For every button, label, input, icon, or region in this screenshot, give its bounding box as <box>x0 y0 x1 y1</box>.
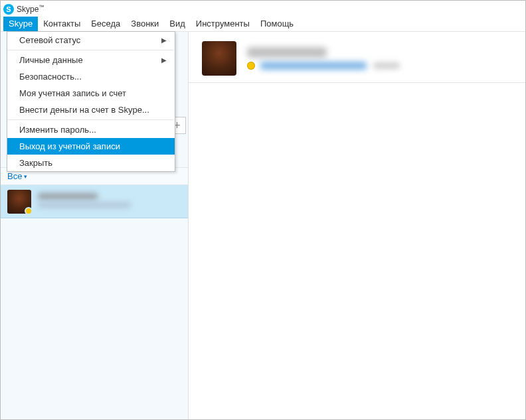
menu-contacts[interactable]: Контакты <box>38 17 86 31</box>
menu-tools[interactable]: Инструменты <box>191 17 255 31</box>
filter-label: Все <box>7 171 22 181</box>
chevron-right-icon: ▶ <box>161 56 167 64</box>
menu-change-password[interactable]: Изменить пароль... <box>7 121 175 138</box>
menu-security[interactable]: Безопасность... <box>7 68 175 85</box>
menu-item-label: Изменить пароль... <box>19 125 96 135</box>
header-extra-blurred <box>373 62 400 69</box>
menu-add-credit[interactable]: Внести деньги на счет в Skype... <box>7 102 175 118</box>
menu-close[interactable]: Закрыть <box>7 155 175 171</box>
conversation-header <box>189 32 525 83</box>
menu-separator <box>8 50 174 50</box>
menu-sign-out[interactable]: Выход из учетной записи <box>7 138 175 155</box>
menu-separator <box>8 119 174 120</box>
menu-item-label: Моя учетная запись и счет <box>19 88 126 98</box>
header-link-blurred <box>260 62 367 70</box>
header-status-row <box>247 62 400 70</box>
menu-item-label: Внести деньги на счет в Skype... <box>19 105 149 115</box>
chevron-right-icon: ▶ <box>161 36 167 44</box>
menu-personal-data[interactable]: Личные данные ▶ <box>7 52 175 68</box>
titlebar: S Skype™ <box>1 1 525 17</box>
menu-item-label: Сетевой статус <box>19 35 80 45</box>
app-title: Skype™ <box>17 4 44 14</box>
menu-my-account[interactable]: Моя учетная запись и счет <box>7 85 175 102</box>
header-name-blurred <box>247 47 327 58</box>
menu-online-status[interactable]: Сетевой статус ▶ <box>7 32 175 48</box>
right-panel <box>189 32 525 419</box>
menubar: Skype Контакты Беседа Звонки Вид Инструм… <box>1 17 525 31</box>
skype-window: S Skype™ Skype Контакты Беседа Звонки Ви… <box>0 0 526 420</box>
presence-away-icon <box>247 62 255 70</box>
presence-away-icon <box>25 207 33 215</box>
contact-avatar <box>7 190 31 214</box>
skype-logo-icon: S <box>3 4 14 15</box>
menu-view[interactable]: Вид <box>164 17 191 31</box>
menu-item-label: Безопасность... <box>19 72 82 82</box>
contact-list-item[interactable] <box>1 185 188 218</box>
menu-skype[interactable]: Skype <box>3 17 38 31</box>
app-name-text: Skype <box>17 5 39 14</box>
menu-item-label: Закрыть <box>19 158 52 168</box>
menu-conversation[interactable]: Беседа <box>86 17 126 31</box>
contact-status-blurred <box>38 202 131 208</box>
menu-calls[interactable]: Звонки <box>126 17 164 31</box>
chevron-down-icon: ▾ <box>24 173 27 180</box>
menu-item-label: Выход из учетной записи <box>19 141 120 151</box>
contact-text <box>38 193 131 210</box>
skype-menu-dropdown: Сетевой статус ▶ Личные данные ▶ Безопас… <box>7 31 175 172</box>
menu-item-label: Личные данные <box>19 55 83 65</box>
contact-name-blurred <box>38 193 98 200</box>
trademark-text: ™ <box>39 4 44 10</box>
menu-help[interactable]: Помощь <box>255 17 299 31</box>
header-text <box>247 47 400 70</box>
header-avatar <box>202 41 236 76</box>
